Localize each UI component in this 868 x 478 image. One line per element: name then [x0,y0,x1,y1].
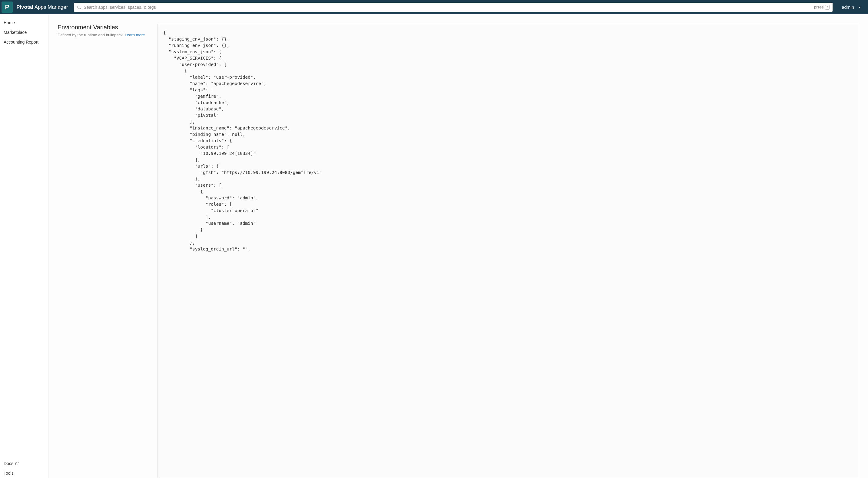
top-header: P Pivotal Apps Manager press / admin [0,0,868,14]
search-input[interactable] [84,5,814,10]
brand-light: Apps Manager [34,4,68,10]
sidebar: Home Marketplace Accounting Report Docs … [0,14,49,478]
brand-bold: Pivotal [17,4,33,10]
search-icon [77,5,81,9]
sidebar-item-accounting-report[interactable]: Accounting Report [0,37,48,47]
env-json-panel[interactable]: { "staging_env_json": {}, "running_env_j… [157,24,858,478]
section-title: Environment Variables [58,24,151,31]
section-header: Environment Variables Defined by the run… [58,24,151,478]
sidebar-item-label: Marketplace [4,30,27,35]
external-link-icon [15,462,19,465]
sidebar-item-label: Tools [4,471,13,476]
svg-line-2 [17,462,19,464]
press-key: / [825,5,830,10]
brand: Pivotal Apps Manager [17,4,68,10]
chevron-down-icon [858,5,861,9]
sidebar-item-marketplace[interactable]: Marketplace [0,28,48,37]
sidebar-spacer [0,47,48,458]
layout: Home Marketplace Accounting Report Docs … [0,14,868,478]
sidebar-item-docs[interactable]: Docs [0,458,48,468]
section-subtitle: Defined by the runtime and buildpack. Le… [58,33,151,37]
press-label: press [814,5,824,9]
svg-line-1 [80,8,81,9]
logo[interactable]: P [1,1,13,13]
logo-letter: P [5,3,9,11]
sidebar-item-label: Accounting Report [4,40,38,44]
svg-point-0 [78,6,80,8]
sidebar-item-label: Docs [4,461,13,466]
subtitle-text: Defined by the runtime and buildpack. [58,33,124,37]
sidebar-item-label: Home [4,20,15,25]
user-label: admin [842,4,854,10]
user-menu[interactable]: admin [836,4,867,10]
learn-more-link[interactable]: Learn more [125,33,145,37]
search-shortcut-hint: press / [814,5,830,10]
main-content: Environment Variables Defined by the run… [49,14,868,478]
sidebar-item-home[interactable]: Home [0,18,48,28]
search-bar[interactable]: press / [74,3,833,12]
sidebar-item-tools[interactable]: Tools [0,468,48,478]
